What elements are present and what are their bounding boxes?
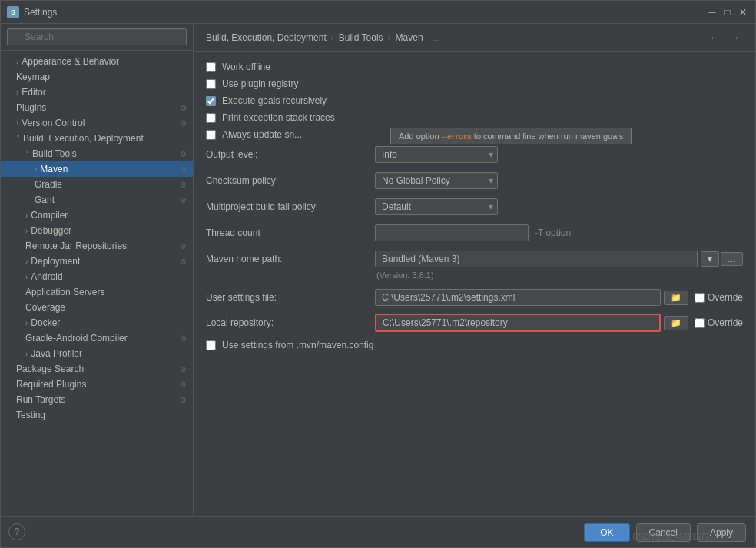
sidebar-item-appearance[interactable]: › Appearance & Behavior [1,54,193,69]
search-box: 🔍 [1,24,193,51]
maven-home-row: Maven home path: ▾ … [206,251,743,267]
gear-icon: ⚙ [180,242,187,251]
sidebar-label: Build, Execution, Deployment [23,133,144,144]
sidebar-label: Coverage [25,302,65,313]
sidebar-item-debugger[interactable]: › Debugger [1,223,193,238]
sidebar-label: Debugger [31,225,71,236]
checksum-policy-label: Checksum policy: [206,175,375,186]
maven-version-note: (Version: 3.8.1) [376,271,743,280]
maven-home-dropdown-button[interactable]: ▾ [701,251,719,267]
sidebar-label: Android [31,271,62,282]
arrow-icon: › [25,319,28,327]
sidebar-item-compiler[interactable]: › Compiler [1,208,193,223]
user-settings-browse-button[interactable]: 📁 [664,291,688,305]
arrow-icon: › [25,273,28,281]
execute-goals-label: Execute goals recursively [222,95,327,106]
forward-button[interactable]: → [726,30,743,45]
sidebar-item-app-servers[interactable]: Application Servers [1,284,193,300]
sidebar-item-build-exec[interactable]: ˅ Build, Execution, Deployment [1,131,193,146]
output-level-label: Output level: [206,149,375,160]
sidebar-item-testing[interactable]: Testing [1,407,193,423]
user-settings-override-checkbox[interactable] [695,293,705,303]
nav-tree: › Appearance & Behavior Keymap › Editor … [1,51,193,516]
window-title: Settings [24,7,706,18]
form-panel: Work offline Use plugin registry Execute… [194,52,755,516]
local-repo-input[interactable] [375,314,661,332]
sidebar-item-docker[interactable]: › Docker [1,315,193,330]
local-repo-override-group: Override [695,317,743,328]
gear-icon: ⚙ [180,181,187,189]
sidebar-item-gradle-android[interactable]: Gradle-Android Compiler ⚙ [1,330,193,346]
local-repo-override-checkbox[interactable] [695,318,705,328]
checksum-policy-select[interactable]: No Global Policy Strict Lax [375,172,498,189]
arrow-icon: › [25,211,28,220]
maven-home-browse-button[interactable]: … [721,252,743,266]
always-update-checkbox[interactable] [206,130,216,140]
sidebar-item-run-targets[interactable]: Run Targets ⚙ [1,392,193,407]
sidebar-item-editor[interactable]: › Editor [1,85,193,100]
sidebar-item-remote-jar[interactable]: Remote Jar Repositories ⚙ [1,238,193,254]
breadcrumb-path3: Maven [396,32,423,43]
arrow-icon: ˅ [25,150,29,158]
search-wrapper: 🔍 [7,28,187,45]
output-level-row: Output level: Info Debug Warn Error [206,146,743,163]
sidebar-item-gant[interactable]: Gant ⚙ [1,192,193,208]
gear-icon: ⚙ [180,380,187,389]
sidebar-label: Keymap [16,71,50,82]
sidebar-item-required-plugins[interactable]: Required Plugins ⚙ [1,377,193,392]
sidebar-item-build-tools[interactable]: ˅ Build Tools ⚙ [1,146,193,161]
arrow-icon: › [25,227,28,235]
breadcrumb: Build, Execution, Deployment › Build Too… [194,24,755,52]
sidebar-item-android[interactable]: › Android [1,269,193,284]
execute-goals-row: Execute goals recursively [206,95,743,106]
gear-icon: ⚙ [180,257,187,266]
watermark: CSDN@qq_45691577 [632,533,709,541]
print-exception-checkbox[interactable] [206,113,216,123]
print-exception-row: Print exception stack traces [206,112,743,123]
sidebar-item-coverage[interactable]: Coverage [1,300,193,315]
sidebar-item-keymap[interactable]: Keymap [1,69,193,85]
sidebar-label: Editor [22,87,45,98]
output-level-select[interactable]: Info Debug Warn Error [375,146,498,163]
sidebar-item-package-search[interactable]: Package Search ⚙ [1,361,193,377]
use-plugin-registry-label: Use plugin registry [222,78,298,89]
sidebar-label: Docker [31,317,60,328]
help-button[interactable]: ? [8,523,25,540]
back-button[interactable]: ← [706,30,723,45]
sidebar-item-plugins[interactable]: Plugins ⚙ [1,100,193,115]
minimize-button[interactable]: ─ [706,6,718,18]
print-exception-label: Print exception stack traces [222,112,335,123]
maximize-button[interactable]: □ [721,6,734,18]
arrow-icon: ˅ [16,135,20,143]
execute-goals-checkbox[interactable] [206,96,216,106]
thread-count-input[interactable] [375,224,529,241]
sidebar-label: Appearance & Behavior [22,56,119,67]
user-settings-input[interactable] [375,289,661,306]
multiproject-policy-select[interactable]: Default Continue At End Never [375,198,498,215]
arrow-icon: › [16,119,18,128]
tooltip-bubble: Add option --errors to command line when… [390,128,632,144]
local-repo-override-label: Override [708,317,743,328]
use-settings-checkbox[interactable] [206,340,216,350]
breadcrumb-path2: Build Tools [339,32,383,43]
maven-home-input[interactable] [375,251,698,267]
sidebar-label: Application Servers [25,287,104,297]
work-offline-checkbox[interactable] [206,62,216,72]
arrow-icon: › [25,257,28,266]
close-button[interactable]: ✕ [737,6,749,18]
local-repo-browse-button[interactable]: 📁 [664,316,688,330]
use-plugin-registry-checkbox[interactable] [206,79,216,89]
bottom-bar: ? OK Cancel Apply CSDN@qq_45691577 [1,516,755,547]
search-input[interactable] [7,28,187,45]
breadcrumb-icon: ☰ [433,33,440,43]
sidebar-item-deployment[interactable]: › Deployment ⚙ [1,254,193,269]
sidebar-item-version-control[interactable]: › Version Control ⚙ [1,115,193,131]
sidebar-item-gradle[interactable]: Gradle ⚙ [1,177,193,192]
sidebar-item-maven[interactable]: › Maven ⚙ [1,161,193,177]
use-plugin-registry-row: Use plugin registry [206,78,743,89]
sidebar-label: Version Control [22,118,85,128]
sidebar-item-java-profiler[interactable]: › Java Profiler [1,346,193,361]
sidebar-label: Gradle [35,179,62,190]
ok-button[interactable]: OK [584,523,629,542]
sidebar-label: Plugins [16,102,46,113]
